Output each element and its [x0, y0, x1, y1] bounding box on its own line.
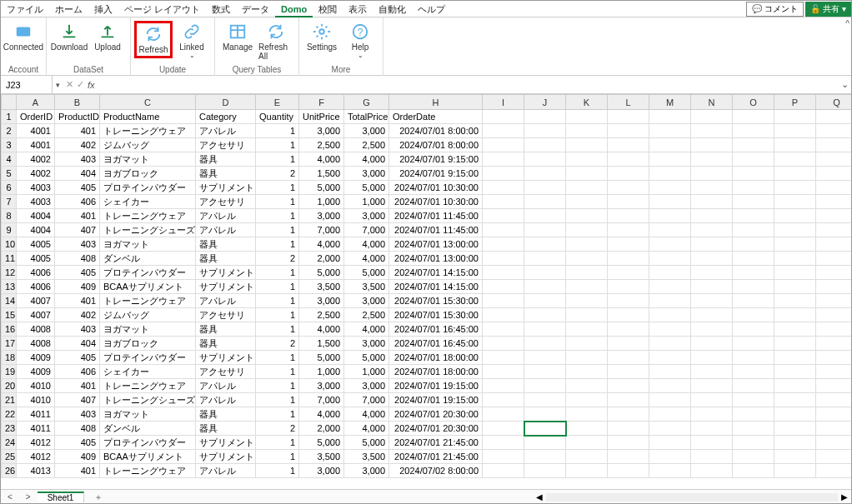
cell[interactable]	[649, 407, 691, 422]
cell[interactable]	[566, 436, 608, 450]
cell[interactable]	[608, 138, 649, 152]
cell[interactable]	[733, 365, 774, 379]
col-header-K[interactable]: K	[566, 95, 608, 110]
cell[interactable]: 2024/07/01 14:15:00	[389, 266, 483, 280]
cell[interactable]	[649, 464, 691, 478]
cell[interactable]: 4,000	[299, 407, 344, 422]
horizontal-scrollbar[interactable]	[546, 493, 838, 502]
cell[interactable]: 2024/07/01 8:00:00	[389, 124, 483, 138]
menu-item-domo[interactable]: Domo	[275, 1, 313, 17]
cell[interactable]: 405	[55, 351, 100, 365]
row-header[interactable]: 13	[2, 280, 17, 294]
prev-sheet-button[interactable]: <	[1, 492, 19, 502]
cell[interactable]: OrderID	[17, 110, 55, 124]
cell[interactable]	[566, 124, 608, 138]
cell[interactable]	[816, 450, 852, 464]
cell[interactable]	[774, 280, 816, 294]
cell[interactable]	[691, 209, 733, 223]
cell[interactable]: 4008	[17, 337, 55, 351]
cell[interactable]	[524, 407, 566, 422]
cell[interactable]	[649, 124, 691, 138]
cell[interactable]	[483, 209, 524, 223]
cell[interactable]: 1	[256, 464, 299, 478]
col-header-E[interactable]: E	[256, 95, 299, 110]
cell[interactable]	[483, 322, 524, 337]
cell[interactable]: 2024/07/01 18:00:00	[389, 351, 483, 365]
row-header[interactable]: 10	[2, 237, 17, 252]
cell[interactable]: 1	[256, 365, 299, 379]
cell[interactable]: 4009	[17, 351, 55, 365]
cell[interactable]: トレーニングウェア	[100, 379, 196, 393]
cell[interactable]: 4009	[17, 365, 55, 379]
cell[interactable]: ジムバッグ	[100, 308, 196, 322]
cell[interactable]: 3,500	[299, 450, 344, 464]
cell[interactable]	[608, 223, 649, 237]
cell[interactable]: 1	[256, 124, 299, 138]
cell[interactable]: 2024/07/01 9:15:00	[389, 167, 483, 181]
row-header[interactable]: 18	[2, 351, 17, 365]
cell[interactable]: 1	[256, 181, 299, 195]
cell[interactable]	[566, 407, 608, 422]
col-header-G[interactable]: G	[344, 95, 389, 110]
cell[interactable]	[691, 223, 733, 237]
cell[interactable]: シェイカー	[100, 365, 196, 379]
cell[interactable]	[524, 351, 566, 365]
cell[interactable]	[816, 393, 852, 407]
cell[interactable]: 2024/07/01 19:15:00	[389, 379, 483, 393]
cell[interactable]: 2024/07/01 13:00:00	[389, 252, 483, 266]
cell[interactable]: 408	[55, 422, 100, 436]
cell[interactable]: 4004	[17, 209, 55, 223]
cell[interactable]: 5,000	[299, 351, 344, 365]
cell[interactable]	[524, 138, 566, 152]
cell[interactable]	[816, 436, 852, 450]
cell[interactable]	[524, 266, 566, 280]
cell[interactable]	[649, 422, 691, 436]
cell[interactable]: ヨガブロック	[100, 337, 196, 351]
cell[interactable]: 5,000	[344, 351, 389, 365]
cell[interactable]: アクセサリ	[196, 308, 256, 322]
cell[interactable]	[608, 422, 649, 436]
cell[interactable]	[566, 379, 608, 393]
cell[interactable]: ProductID	[55, 110, 100, 124]
row-header[interactable]: 16	[2, 322, 17, 337]
cell[interactable]: 2024/07/01 14:15:00	[389, 280, 483, 294]
cell[interactable]: 1	[256, 436, 299, 450]
cell[interactable]	[816, 337, 852, 351]
cell[interactable]	[774, 450, 816, 464]
cell[interactable]: 1	[256, 280, 299, 294]
cell[interactable]: 2,500	[344, 138, 389, 152]
cell[interactable]: 3,000	[344, 167, 389, 181]
cell[interactable]: 1,000	[299, 365, 344, 379]
cell[interactable]	[483, 252, 524, 266]
row-header[interactable]: 19	[2, 365, 17, 379]
cell[interactable]: 403	[55, 322, 100, 337]
cell[interactable]: サプリメント	[196, 266, 256, 280]
cell[interactable]: 3,000	[299, 209, 344, 223]
cell[interactable]	[649, 393, 691, 407]
menu-item-数式[interactable]: 数式	[206, 1, 236, 17]
cell[interactable]: 5,000	[299, 181, 344, 195]
cell[interactable]	[524, 124, 566, 138]
col-header-J[interactable]: J	[524, 95, 566, 110]
fx-icon[interactable]: fx	[88, 80, 95, 90]
cell[interactable]	[691, 407, 733, 422]
cell[interactable]: 器具	[196, 422, 256, 436]
cell[interactable]: 4007	[17, 308, 55, 322]
cell[interactable]	[816, 464, 852, 478]
cell[interactable]	[774, 223, 816, 237]
cell[interactable]: 2024/07/01 10:30:00	[389, 181, 483, 195]
cell[interactable]: サプリメント	[196, 351, 256, 365]
cell[interactable]	[566, 152, 608, 167]
row-header[interactable]: 22	[2, 407, 17, 422]
col-header-P[interactable]: P	[774, 95, 816, 110]
cell[interactable]	[524, 337, 566, 351]
cell[interactable]: 4,000	[344, 422, 389, 436]
cell[interactable]	[524, 294, 566, 308]
cell[interactable]: 4012	[17, 436, 55, 450]
cell[interactable]	[608, 110, 649, 124]
cell[interactable]	[566, 138, 608, 152]
cell[interactable]: 405	[55, 436, 100, 450]
cell[interactable]	[774, 436, 816, 450]
cell[interactable]	[524, 422, 566, 436]
cell[interactable]: 2024/07/01 11:45:00	[389, 209, 483, 223]
